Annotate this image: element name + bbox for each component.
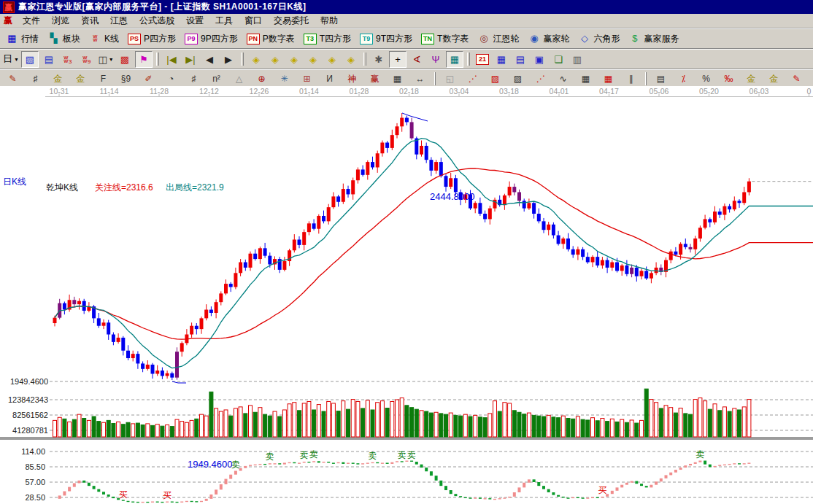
maze-tool[interactable]: ▦ <box>446 51 463 68</box>
permille-tool[interactable]: ‰ <box>718 71 739 87</box>
percent-bars-tool[interactable]: ▤ <box>650 71 671 87</box>
parallel-lines-tool[interactable]: ∥ <box>620 71 641 87</box>
9t-square-button[interactable]: T99T四方形 <box>355 31 417 47</box>
star-web-tool[interactable]: ✳ <box>274 71 295 87</box>
gann-diamond-left[interactable]: ◈ <box>247 51 265 68</box>
chart-region[interactable]: 10-3111-1411-2812-1212-2601-1401-2802-18… <box>0 86 813 504</box>
span-arrow-tool[interactable]: ↔ <box>409 71 431 87</box>
notes-icon[interactable]: ▤ <box>512 51 529 68</box>
small-fan-tool[interactable]: ⋰ <box>530 71 551 87</box>
gann-diamond-all[interactable]: ◈ <box>342 51 360 68</box>
spiral9-tool[interactable]: §9 <box>115 71 136 87</box>
candle-style-selector[interactable]: ◫▼ <box>97 51 115 68</box>
gold-ruler2-tool[interactable]: 金 <box>70 71 91 87</box>
grid-red-tool[interactable]: ▦ <box>598 71 619 87</box>
wave3-icon[interactable]: ʬ₃ <box>59 51 77 68</box>
title-bar[interactable]: 赢 赢家江恩专业版[赢家内部服务平台] - [上证指数 SH1A0001-167… <box>0 0 813 14</box>
jiang-wave-tool[interactable]: 江 <box>809 71 813 87</box>
menu-item-设置[interactable]: 设置 <box>180 15 209 26</box>
menu-item-帮助[interactable]: 帮助 <box>315 15 344 26</box>
angle-measure-tool[interactable]: ∢ <box>408 51 425 68</box>
remote-assist-icon[interactable]: ▥ <box>569 51 586 68</box>
menu-item-公式选股[interactable]: 公式选股 <box>134 15 180 26</box>
n-wave-tool[interactable]: И <box>319 71 340 87</box>
gold-ruler-tool[interactable]: 金 <box>47 71 69 87</box>
child-window-icon[interactable]: 赢 <box>4 15 12 27</box>
menu-item-浏览[interactable]: 浏览 <box>46 15 75 26</box>
candle-style-selector-dropdown-icon[interactable]: ▼ <box>109 57 114 62</box>
p-square-button[interactable]: PSP四方形 <box>123 31 180 47</box>
volume-bar <box>615 422 619 437</box>
energy-bar <box>611 491 614 494</box>
market-quotes-button[interactable]: ▦行情 <box>1 31 43 47</box>
n-square-tool[interactable]: n² <box>206 71 227 87</box>
gann-diamond-center[interactable]: ◈ <box>323 51 341 68</box>
kline-chart-canvas[interactable]: 10-3111-1411-2812-1212-2601-1401-2802-18… <box>0 86 813 504</box>
wave-tool[interactable]: Ψ <box>427 51 444 68</box>
p-number-table-button[interactable]: PNP数字表 <box>242 31 299 47</box>
shen-ruler-tool[interactable]: 神 <box>342 71 363 87</box>
wave9-icon[interactable]: ʬ₉ <box>78 51 96 68</box>
volume-series[interactable] <box>53 389 751 437</box>
menu-item-江恩[interactable]: 江恩 <box>104 15 134 26</box>
gold-bars-tool[interactable]: 金 <box>763 71 785 87</box>
grid123-tool[interactable]: ▦ <box>387 71 408 87</box>
compass-tool[interactable]: ⊕ <box>251 71 272 87</box>
knife2-tool[interactable]: ✐ <box>138 71 159 87</box>
legend-qiankun-kline: 乾坤K线 <box>46 182 78 193</box>
fan-box-tool[interactable]: ▨ <box>485 71 506 87</box>
menu-item-资讯[interactable]: 资讯 <box>75 15 104 26</box>
percent-tool[interactable]: % <box>696 71 717 87</box>
winner-wheel-button[interactable]: ◉赢家轮 <box>523 31 574 47</box>
gann-wheel-button[interactable]: ◎江恩轮 <box>473 31 523 47</box>
chart-window-icon[interactable]: ▧ <box>21 51 39 68</box>
color-flag-icon[interactable]: ⚑ <box>135 51 153 68</box>
menu-item-交易委托[interactable]: 交易委托 <box>268 15 315 26</box>
kline-button[interactable]: ʬK线 <box>85 31 123 47</box>
sector-blocks-button[interactable]: ▚板块 <box>43 31 85 47</box>
menu-item-工具[interactable]: 工具 <box>209 15 239 26</box>
protractor-tool[interactable]: △ <box>228 71 250 87</box>
period-selector[interactable]: 日▼ <box>2 51 20 68</box>
seven-percent-tool[interactable]: ⁒ <box>673 71 694 87</box>
t-square-button[interactable]: T3T四方形 <box>299 31 355 47</box>
calendar-icon[interactable]: 21 <box>474 51 491 68</box>
export-icon[interactable]: ❏ <box>550 51 567 68</box>
grid-black-tool[interactable]: ▦ <box>575 71 596 87</box>
gann-diamond-down[interactable]: ◈ <box>304 51 322 68</box>
window-adjust-tool[interactable]: ◱ <box>439 71 461 87</box>
calculator-icon[interactable]: ▦ <box>493 51 510 68</box>
time-dial-tool[interactable]: ◔ <box>161 71 182 87</box>
gold-circle-tool[interactable]: 金 <box>741 71 762 87</box>
crosshair-tool[interactable]: + <box>389 51 406 68</box>
hand-tool[interactable]: ✱ <box>370 51 388 68</box>
hexagon-button[interactable]: ◇六角形 <box>574 31 624 47</box>
qiankun-kline-icon[interactable]: ▩ <box>116 51 134 68</box>
f-ruler-tool[interactable]: F <box>93 71 114 87</box>
gann-diamond-right[interactable]: ◈ <box>266 51 284 68</box>
hatch-box-tool[interactable]: ▨ <box>507 71 528 87</box>
step-back-button[interactable]: ◀ <box>201 51 218 68</box>
winner-service-button[interactable]: $赢家服务 <box>624 31 683 47</box>
knife-bars-tool[interactable]: ✎ <box>786 71 807 87</box>
step-forward-button[interactable]: ▶ <box>220 51 237 68</box>
zigzag-tool[interactable]: ∿ <box>552 71 574 87</box>
save-icon[interactable]: ▣ <box>531 51 548 68</box>
ruler-tool[interactable]: ♯ <box>25 71 46 87</box>
energy-bar <box>645 486 648 487</box>
win-ruler-tool[interactable]: 赢 <box>364 71 385 87</box>
jump-last-button[interactable]: ▶| <box>182 51 199 68</box>
candlestick-series[interactable] <box>53 113 751 380</box>
menu-item-文件[interactable]: 文件 <box>17 15 46 26</box>
red-fan-tool[interactable]: ⋰ <box>462 71 483 87</box>
9p-square-button[interactable]: P99P四方形 <box>180 31 242 47</box>
square-web-tool[interactable]: ⊞ <box>296 71 317 87</box>
info-panel-icon[interactable]: ▤ <box>40 51 58 68</box>
jump-first-button[interactable]: |◀ <box>163 51 180 68</box>
menu-item-窗口[interactable]: 窗口 <box>239 15 268 26</box>
period-selector-dropdown-icon[interactable]: ▼ <box>14 57 19 62</box>
gann-diamond-up[interactable]: ◈ <box>285 51 303 68</box>
t-number-table-button[interactable]: TNT数字表 <box>417 31 473 47</box>
knife-tool[interactable]: ✎ <box>2 71 23 87</box>
hash-ruler-tool[interactable]: ♯ <box>183 71 204 87</box>
